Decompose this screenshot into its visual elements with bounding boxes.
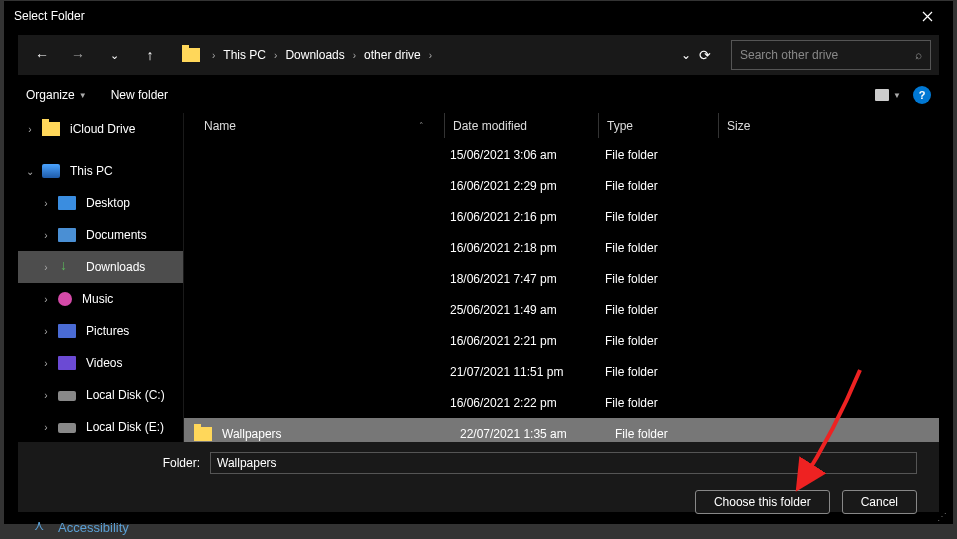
view-options-button[interactable]: ▼: [875, 84, 901, 106]
nav-forward-button[interactable]: →: [62, 41, 94, 69]
file-row[interactable]: 15/06/2021 3:06 amFile folder: [184, 139, 939, 170]
tree-item-this-pc[interactable]: ⌄This PC: [18, 155, 183, 187]
file-row[interactable]: 21/07/2021 11:51 pmFile folder: [184, 356, 939, 387]
chevron-icon[interactable]: ›: [40, 198, 52, 209]
file-row[interactable]: 25/06/2021 1:49 amFile folder: [184, 294, 939, 325]
dropdown-triangle-icon: ▼: [79, 91, 87, 100]
folder-icon: [182, 48, 200, 62]
column-date[interactable]: Date modified: [444, 113, 599, 138]
navigation-bar: ← → ⌄ ↑ › This PC › Downloads › other dr…: [18, 35, 939, 75]
dialog-footer: Folder: Choose this folder Cancel: [18, 442, 939, 512]
music-icon: [58, 292, 72, 306]
file-list-pane: Name ˄ Date modified Type Size 15/06/202…: [183, 113, 939, 442]
row-type: File folder: [605, 272, 725, 286]
row-date: 25/06/2021 1:49 am: [450, 303, 605, 317]
row-name: Wallpapers: [222, 427, 460, 441]
row-date: 16/06/2021 2:21 pm: [450, 334, 605, 348]
row-date: 16/06/2021 2:29 pm: [450, 179, 605, 193]
titlebar: Select Folder: [4, 1, 953, 31]
dropdown-triangle-icon: ▼: [893, 91, 901, 100]
search-icon: ⌕: [915, 48, 922, 62]
folder-icon: [194, 427, 212, 441]
tree-item-local-disk-c-[interactable]: ›Local Disk (C:): [18, 379, 183, 411]
help-button[interactable]: ?: [913, 86, 931, 104]
file-row[interactable]: Wallpapers22/07/2021 1:35 amFile folder: [184, 418, 939, 442]
row-date: 15/06/2021 3:06 am: [450, 148, 605, 162]
tree-item-label: Documents: [86, 228, 147, 242]
row-date: 16/06/2021 2:22 pm: [450, 396, 605, 410]
disk-icon: [58, 391, 76, 401]
new-folder-button[interactable]: New folder: [111, 88, 168, 102]
folder-yellow-icon: [42, 122, 60, 136]
tree-item-label: Local Disk (C:): [86, 388, 165, 402]
tree-item-documents[interactable]: ›Documents: [18, 219, 183, 251]
chevron-down-icon[interactable]: ⌄: [681, 48, 691, 62]
row-type: File folder: [605, 396, 725, 410]
tree-item-pictures[interactable]: ›Pictures: [18, 315, 183, 347]
organize-menu[interactable]: Organize ▼: [26, 88, 87, 102]
chevron-icon[interactable]: ›: [40, 294, 52, 305]
chevron-icon[interactable]: ›: [40, 262, 52, 273]
row-date: 22/07/2021 1:35 am: [460, 427, 615, 441]
accessibility-icon: ⋏: [34, 517, 44, 533]
desktop-icon: [58, 196, 76, 210]
file-row[interactable]: 16/06/2021 2:29 pmFile folder: [184, 170, 939, 201]
pc-icon: [42, 164, 60, 178]
refresh-icon[interactable]: ⟳: [699, 47, 711, 63]
breadcrumb-item[interactable]: This PC: [217, 48, 272, 62]
chevron-icon[interactable]: ›: [40, 422, 52, 433]
arrow-left-icon: ←: [35, 47, 49, 63]
chevron-icon[interactable]: ›: [24, 124, 36, 135]
tree-item-label: This PC: [70, 164, 113, 178]
chevron-icon[interactable]: ›: [40, 390, 52, 401]
breadcrumb-item[interactable]: other drive: [358, 48, 427, 62]
list-view-icon: [875, 89, 889, 101]
chevron-icon[interactable]: ›: [40, 326, 52, 337]
row-type: File folder: [615, 427, 735, 441]
chevron-down-icon: ⌄: [110, 49, 119, 62]
cancel-button[interactable]: Cancel: [842, 490, 917, 514]
tree-item-icloud-drive[interactable]: ›iCloud Drive: [18, 113, 183, 145]
file-row[interactable]: 16/06/2021 2:22 pmFile folder: [184, 387, 939, 418]
tree-item-videos[interactable]: ›Videos: [18, 347, 183, 379]
search-input[interactable]: [740, 48, 915, 62]
search-box[interactable]: ⌕: [731, 40, 931, 70]
nav-back-button[interactable]: ←: [26, 41, 58, 69]
column-name[interactable]: Name ˄: [204, 113, 444, 138]
file-row[interactable]: 16/06/2021 2:18 pmFile folder: [184, 232, 939, 263]
question-icon: ?: [919, 89, 926, 101]
chevron-right-icon: ›: [427, 50, 434, 61]
window-title: Select Folder: [14, 9, 85, 23]
tree-item-label: Music: [82, 292, 113, 306]
column-size[interactable]: Size: [719, 113, 799, 138]
chevron-icon[interactable]: ›: [40, 358, 52, 369]
chevron-icon[interactable]: ⌄: [24, 166, 36, 177]
pictures-icon: [58, 324, 76, 338]
file-row[interactable]: 16/06/2021 2:16 pmFile folder: [184, 201, 939, 232]
close-button[interactable]: [907, 6, 947, 26]
tree-item-local-disk-e-[interactable]: ›Local Disk (E:): [18, 411, 183, 442]
chevron-right-icon: ›: [210, 50, 217, 61]
nav-recent-button[interactable]: ⌄: [98, 41, 130, 69]
folder-name-input[interactable]: [210, 452, 917, 474]
tree-item-desktop[interactable]: ›Desktop: [18, 187, 183, 219]
file-row[interactable]: 16/06/2021 2:21 pmFile folder: [184, 325, 939, 356]
nav-up-button[interactable]: ↑: [134, 41, 166, 69]
choose-folder-button[interactable]: Choose this folder: [695, 490, 830, 514]
row-type: File folder: [605, 179, 725, 193]
tree-item-downloads[interactable]: ›Downloads: [18, 251, 183, 283]
tree-item-label: Downloads: [86, 260, 145, 274]
disk-icon: [58, 423, 76, 433]
tree-item-label: Local Disk (E:): [86, 420, 164, 434]
navigation-tree[interactable]: ›iCloud Drive⌄This PC›Desktop›Documents›…: [18, 113, 183, 442]
breadcrumb-item[interactable]: Downloads: [279, 48, 350, 62]
breadcrumb[interactable]: › This PC › Downloads › other drive › ⌄ …: [176, 40, 721, 70]
file-rows[interactable]: 15/06/2021 3:06 amFile folder16/06/2021 …: [184, 139, 939, 442]
tree-item-music[interactable]: ›Music: [18, 283, 183, 315]
folder-name-label: Folder:: [40, 456, 200, 470]
background-app-label: Accessibility: [58, 520, 129, 535]
column-type[interactable]: Type: [599, 113, 719, 138]
resize-grip-icon[interactable]: ⋰: [937, 511, 947, 522]
file-row[interactable]: 18/06/2021 7:47 pmFile folder: [184, 263, 939, 294]
chevron-icon[interactable]: ›: [40, 230, 52, 241]
